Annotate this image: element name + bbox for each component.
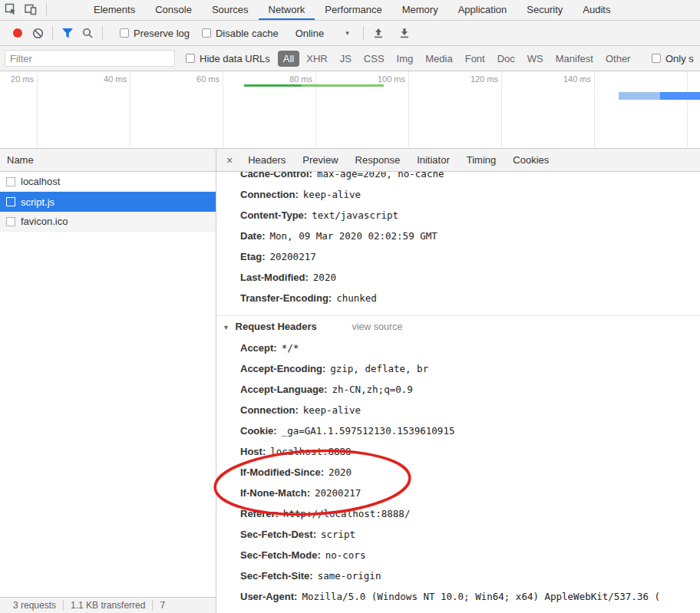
requests-count: 3 requests [6, 600, 63, 611]
file-icon [6, 197, 15, 206]
tick-label: 40 ms [91, 74, 127, 84]
request-rows: localhost script.js favicon.ico [0, 172, 216, 597]
request-name: localhost [21, 176, 60, 187]
gridline [130, 71, 130, 148]
filter-chip-other[interactable]: Other [600, 51, 636, 67]
request-row-scriptjs[interactable]: script.js [0, 192, 216, 212]
hide-data-urls-label: Hide data URLs [200, 53, 270, 64]
request-header-line: Sec-Fetch-Mode:no-cors [216, 545, 700, 565]
preserve-log-checkbox[interactable]: Preserve log [120, 28, 190, 39]
tab-network[interactable]: Network [259, 0, 315, 20]
response-header-line: Date:Mon, 09 Mar 2020 02:02:59 GMT [216, 226, 700, 246]
filter-chip-ws[interactable]: WS [522, 51, 549, 67]
detail-tab-initiator[interactable]: Initiator [408, 154, 458, 166]
tick-label: 120 ms [463, 74, 498, 84]
tick-label: 100 ms [370, 74, 405, 84]
disable-cache-checkbox[interactable]: Disable cache [202, 28, 279, 39]
checkbox-icon[interactable] [120, 28, 129, 38]
request-name: script.js [21, 196, 54, 208]
response-header-line: Content-Type:text/javascript [216, 205, 700, 226]
detail-tab-timing[interactable]: Timing [458, 154, 505, 166]
record-icon[interactable] [8, 24, 28, 42]
request-headers-title-row[interactable]: ▼ Request Headers view source [216, 316, 700, 338]
hide-data-urls-checkbox[interactable]: Hide data URLs [186, 53, 270, 64]
tab-elements[interactable]: Elements [84, 0, 145, 20]
request-header-line-if-none-match: If-None-Match:20200217 [216, 483, 700, 503]
filter-chip-font[interactable]: Font [460, 51, 490, 67]
network-filter-bar: Hide data URLs All XHR JS CSS Img Media … [0, 46, 700, 71]
detail-tab-cookies[interactable]: Cookies [504, 154, 557, 166]
checkbox-icon[interactable] [202, 28, 211, 38]
filter-chip-manifest[interactable]: Manifest [550, 51, 599, 67]
detail-tab-response[interactable]: Response [347, 154, 409, 166]
tab-memory[interactable]: Memory [392, 0, 448, 20]
tick-label: 60 ms [184, 74, 220, 84]
tab-sources[interactable]: Sources [202, 0, 259, 20]
filter-chip-css[interactable]: CSS [358, 51, 390, 67]
tab-application[interactable]: Application [448, 0, 517, 20]
request-row-localhost[interactable]: localhost [0, 172, 216, 192]
divider [363, 26, 364, 40]
request-name: favicon.ico [21, 216, 68, 227]
only-checkbox[interactable]: Only s [652, 53, 694, 64]
section-title: Request Headers [236, 321, 317, 332]
request-detail-panel: × Headers Preview Response Initiator Tim… [216, 149, 700, 613]
view-source-link[interactable]: view source [352, 321, 402, 332]
filter-input[interactable] [5, 50, 175, 67]
disable-cache-label: Disable cache [216, 28, 279, 39]
request-header-line: Accept-Language:zh-CN,zh;q=0.9 [216, 379, 700, 400]
request-header-line: Cookie:_ga=GA1.1.597512130.1539610915 [216, 420, 700, 441]
clear-icon[interactable] [28, 24, 48, 42]
waterfall-bar-blue [619, 92, 700, 100]
gridline [501, 71, 502, 148]
request-header-line: Accept-Encoding:gzip, deflate, br [216, 358, 700, 379]
filter-chip-media[interactable]: Media [420, 51, 457, 67]
request-row-favicon[interactable]: favicon.ico [0, 212, 216, 232]
tab-security[interactable]: Security [517, 0, 573, 20]
export-har-icon[interactable] [395, 24, 414, 42]
detail-tab-headers[interactable]: Headers [239, 154, 294, 166]
tab-performance[interactable]: Performance [315, 0, 391, 20]
gridline [594, 71, 595, 148]
throttling-dropdown[interactable]: Online ▾ [296, 28, 349, 39]
filter-chip-xhr[interactable]: XHR [301, 51, 332, 67]
request-header-line: Connection:keep-alive [216, 400, 700, 420]
request-header-line: Sec-Fetch-Site:same-origin [216, 565, 700, 586]
response-header-line: Transfer-Encoding:chunked [216, 288, 700, 308]
request-header-line: Accept:*/* [216, 338, 700, 358]
response-header-line: Cache-Control:max-age=2020, no-cache [216, 172, 700, 184]
detail-tab-preview[interactable]: Preview [294, 154, 346, 166]
headers-pane[interactable]: Cache-Control:max-age=2020, no-cache Con… [216, 172, 700, 613]
waterfall-bar-green [244, 84, 302, 87]
tab-console[interactable]: Console [145, 0, 202, 20]
filter-chip-doc[interactable]: Doc [492, 51, 520, 67]
checkbox-icon[interactable] [186, 54, 195, 63]
throttling-value: Online [296, 28, 325, 39]
device-toolbar-icon[interactable] [25, 3, 37, 18]
timeline-overview[interactable]: 20 ms 40 ms 60 ms 80 ms 100 ms 120 ms 14… [0, 71, 700, 149]
network-toolbar: Preserve log Disable cache Online ▾ [0, 21, 700, 46]
request-header-line: Referer:http://localhost:8888/ [216, 503, 700, 524]
filter-chip-js[interactable]: JS [335, 51, 357, 67]
divider [52, 26, 53, 40]
inspect-cursor-icon[interactable] [5, 3, 17, 18]
filter-chip-all[interactable]: All [278, 51, 299, 67]
tick-label: 80 ms [277, 74, 312, 84]
search-icon[interactable] [78, 24, 97, 42]
name-column-header[interactable]: Name [0, 149, 216, 172]
file-icon [6, 177, 15, 186]
checkbox-icon[interactable] [652, 54, 661, 63]
response-header-line: Etag:20200217 [216, 246, 700, 267]
tab-audits[interactable]: Audits [573, 0, 620, 20]
close-icon[interactable]: × [220, 154, 239, 166]
filter-chip-img[interactable]: Img [391, 51, 419, 67]
detail-tabbar: × Headers Preview Response Initiator Tim… [216, 149, 700, 172]
request-header-line-if-modified-since: If-Modified-Since:2020 [216, 462, 700, 483]
gridline [315, 71, 316, 148]
request-headers-section: ▼ Request Headers view source Accept:*/*… [216, 315, 700, 607]
network-main-area: Name localhost script.js favicon.ico 3 r… [0, 149, 700, 613]
funnel-icon[interactable] [58, 24, 78, 42]
import-har-icon[interactable] [368, 24, 388, 42]
gridline [687, 71, 688, 148]
request-header-line: Host:localhost:8888 [216, 441, 700, 462]
